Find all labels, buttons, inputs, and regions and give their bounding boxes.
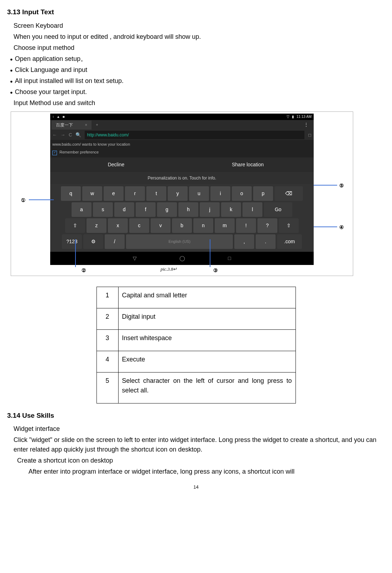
more-menu-icon[interactable]: ⋮: [300, 120, 312, 130]
key-q[interactable]: q: [61, 186, 81, 201]
callout-5: ⑤: [339, 182, 344, 189]
key-n[interactable]: n: [193, 218, 213, 233]
key-j[interactable]: j: [200, 202, 220, 217]
nav-home-icon[interactable]: ◯: [179, 255, 185, 262]
key-question[interactable]: ?: [257, 218, 277, 233]
lead-5: [314, 185, 337, 186]
share-location-button[interactable]: Share location: [182, 157, 314, 172]
key-y[interactable]: y: [168, 186, 188, 201]
legend-desc: Select character on the left of cursor a…: [118, 372, 296, 403]
key-k[interactable]: k: [221, 202, 241, 217]
legend-desc: Capital and small letter: [118, 287, 296, 308]
para-choose-method: Choose input method: [14, 43, 385, 53]
nav-recent-icon[interactable]: □: [228, 255, 231, 262]
key-m[interactable]: m: [215, 218, 235, 233]
lead-2: [75, 239, 76, 267]
keyboard-row-1: q w e r t y u i o p ⌫: [52, 186, 312, 201]
location-prompt: www.baidu.com/ wants to know your locati…: [50, 140, 314, 149]
figure-keyboard-screenshot: ↕ ▲ ■ ▽ ▮ 11:13 AM 百度一下 × + ⋮ ← → C 🔍: [11, 111, 353, 276]
callout-4: ④: [339, 224, 344, 231]
status-person-icon: ▲: [57, 115, 60, 119]
para-need-input: When you need to input or edited , andro…: [14, 32, 385, 42]
url-bar: ← → C 🔍 http://www.baidu.com/ ◻: [50, 130, 314, 140]
key-comma[interactable]: ,: [234, 234, 254, 249]
key-t[interactable]: t: [146, 186, 166, 201]
key-backspace[interactable]: ⌫: [275, 186, 303, 201]
key-o[interactable]: o: [232, 186, 252, 201]
section-314-heading: 3.14 Use Skills: [7, 411, 385, 421]
callout-2: ②: [82, 267, 86, 274]
back-icon[interactable]: ←: [52, 131, 57, 139]
keyboard-row-2: a s d f g h j k l Go: [52, 202, 312, 217]
status-arrow-icon: ↕: [52, 115, 54, 119]
new-tab-button[interactable]: +: [92, 120, 101, 129]
key-h[interactable]: h: [178, 202, 198, 217]
para-create-shortcut: Create a shortcut icon on desktop: [17, 456, 385, 465]
remember-checkbox-icon[interactable]: ✓: [52, 151, 57, 155]
key-b[interactable]: b: [172, 218, 192, 233]
lead-1: [29, 199, 54, 200]
legend-num: 5: [96, 372, 118, 403]
key-w[interactable]: w: [82, 186, 102, 201]
para-widget-desc: Click "widget" or slide on the screen to…: [14, 435, 385, 454]
para-screen-keyboard: Screen Keyboard: [14, 21, 385, 31]
status-sync-icon: ■: [62, 115, 64, 119]
para-method-switch: Input Method use and switch: [14, 98, 385, 108]
table-row: 2 Digital input: [96, 308, 296, 329]
key-spacebar[interactable]: English (US): [126, 234, 233, 249]
key-e[interactable]: e: [104, 186, 124, 201]
legend-num: 4: [96, 351, 118, 372]
device-frame: ↕ ▲ ■ ▽ ▮ 11:13 AM 百度一下 × + ⋮ ← → C 🔍: [50, 114, 314, 265]
key-exclaim[interactable]: !: [236, 218, 256, 233]
key-dot[interactable]: .: [256, 234, 276, 249]
key-slash[interactable]: /: [105, 234, 125, 249]
callout-3: ③: [213, 267, 218, 274]
remember-pref-row[interactable]: ✓ Remember preference: [50, 149, 314, 157]
key-shift-right[interactable]: ⇧: [279, 218, 299, 233]
key-numeric-mode[interactable]: ?123: [62, 234, 82, 249]
search-icon: 🔍: [75, 131, 81, 139]
key-r[interactable]: r: [125, 186, 145, 201]
tab-close-icon[interactable]: ×: [85, 123, 87, 127]
page-number: 14: [7, 484, 385, 491]
key-d[interactable]: d: [114, 202, 134, 217]
bullet-choose-target: Choose your target input.: [10, 87, 385, 97]
decline-button[interactable]: Decline: [50, 157, 182, 172]
key-u[interactable]: u: [189, 186, 209, 201]
legend-desc: Execute: [118, 351, 296, 372]
key-l[interactable]: l: [242, 202, 262, 217]
key-f[interactable]: f: [136, 202, 156, 217]
key-p[interactable]: p: [253, 186, 273, 201]
key-shift-left[interactable]: ⇧: [65, 218, 85, 233]
bullet-open-setup: Open application setup。: [10, 54, 385, 64]
battery-icon: ▮: [292, 115, 294, 119]
url-field[interactable]: http://www.baidu.com/: [85, 131, 304, 139]
key-a[interactable]: a: [72, 202, 92, 217]
key-s[interactable]: s: [93, 202, 113, 217]
para-widget-interface: Widget interface: [14, 424, 385, 434]
keyboard-legend-table: 1 Capital and small letter 2 Digital inp…: [96, 287, 296, 403]
android-nav-bar: ▽ ◯ □: [50, 252, 314, 265]
tab-title: 百度一下: [56, 123, 73, 127]
nav-back-icon[interactable]: ▽: [133, 255, 137, 262]
browser-tab[interactable]: 百度一下 ×: [52, 120, 92, 130]
personalization-banner[interactable]: Personalization is on. Touch for info.: [50, 172, 314, 184]
key-x[interactable]: x: [108, 218, 128, 233]
reload-icon[interactable]: C: [69, 131, 72, 139]
forward-icon[interactable]: →: [61, 131, 65, 139]
key-c[interactable]: c: [129, 218, 149, 233]
legend-num: 3: [96, 329, 118, 351]
key-v[interactable]: v: [151, 218, 171, 233]
bullet-language-input: Click Language and input: [10, 65, 385, 75]
key-settings[interactable]: ⚙: [83, 234, 103, 249]
backspace-icon: ⌫: [285, 191, 292, 196]
legend-num: 2: [96, 308, 118, 329]
key-go[interactable]: Go: [264, 202, 292, 217]
key-g[interactable]: g: [157, 202, 177, 217]
keyboard-row-3: ⇧ z x c v b n m ! ? ⇧: [52, 218, 312, 233]
key-i[interactable]: i: [210, 186, 230, 201]
key-dotcom[interactable]: .com: [277, 234, 302, 249]
bookmark-icon[interactable]: ◻: [308, 132, 312, 138]
key-z[interactable]: z: [87, 218, 106, 233]
status-bar: ↕ ▲ ■ ▽ ▮ 11:13 AM: [50, 114, 314, 120]
